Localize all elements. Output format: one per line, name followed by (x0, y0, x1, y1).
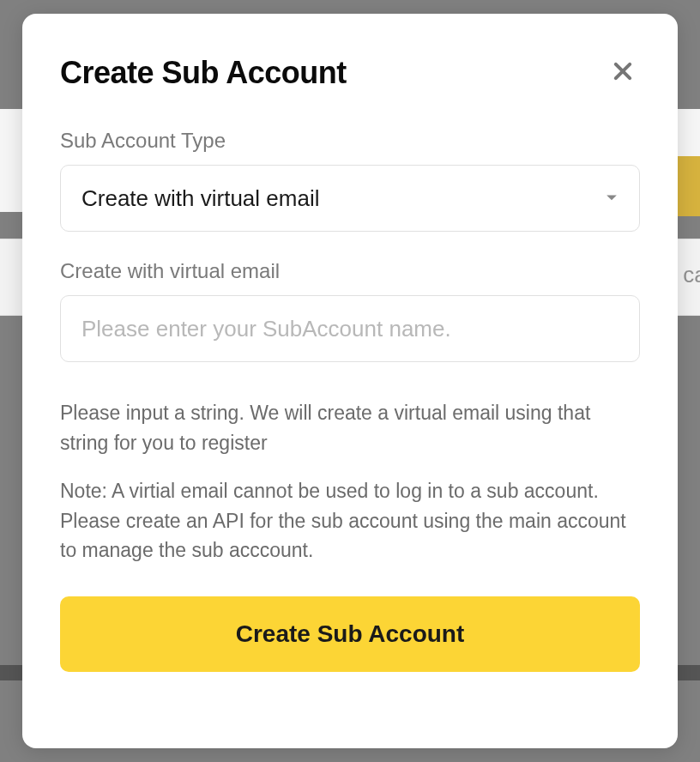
subaccount-name-label: Create with virtual email (60, 259, 640, 283)
create-sub-account-button[interactable]: Create Sub Account (60, 596, 640, 672)
help-text: Please input a string. We will create a … (60, 398, 640, 457)
account-type-selected-value: Create with virtual email (81, 185, 319, 212)
backdrop-text-fragment: cat (683, 262, 700, 288)
note-text: Note: A virtial email cannot be used to … (60, 476, 640, 565)
subaccount-name-group: Create with virtual email (60, 259, 640, 362)
account-type-group: Sub Account Type Create with virtual ema… (60, 129, 640, 232)
modal-title: Create Sub Account (60, 55, 347, 91)
account-type-select-wrapper: Create with virtual email (60, 165, 640, 232)
modal-header: Create Sub Account (60, 55, 640, 91)
create-sub-account-modal: Create Sub Account Sub Account Type Crea… (22, 14, 678, 748)
subaccount-name-input[interactable] (60, 295, 640, 362)
account-type-select[interactable]: Create with virtual email (60, 165, 640, 232)
account-type-label: Sub Account Type (60, 129, 640, 153)
close-icon (611, 59, 635, 87)
close-button[interactable] (606, 56, 640, 90)
